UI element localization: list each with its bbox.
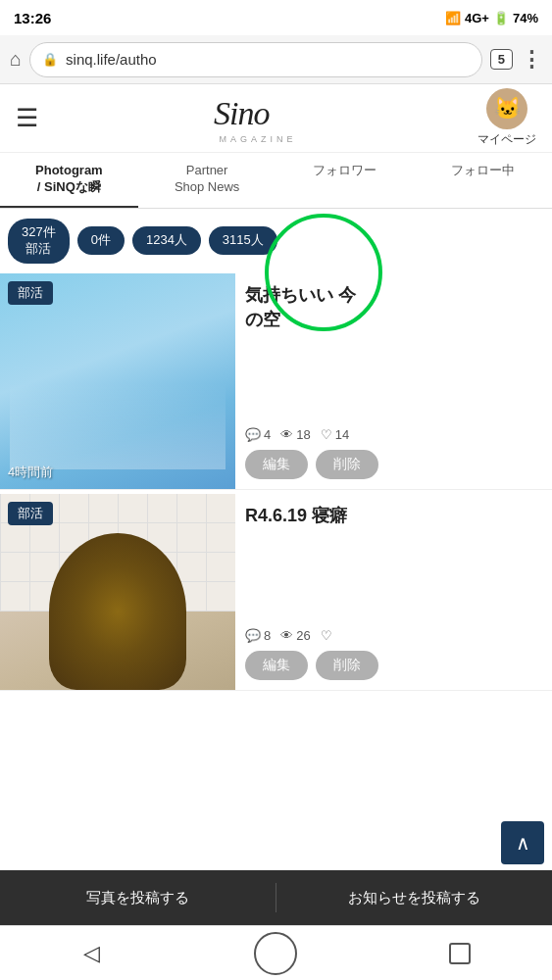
photo-post-button[interactable]: 写真を投稿する	[0, 889, 276, 907]
stat-followers[interactable]: 1234人	[132, 226, 201, 255]
like-icon-2: ♡	[321, 628, 332, 643]
mypage-label: マイページ	[477, 131, 536, 148]
post-card-1: 部活 4時間前 気持ちいい 今の空 💬 4 👁 18 ♡ 14 編集 削除	[0, 273, 552, 490]
edit-button-1[interactable]: 編集	[245, 450, 308, 479]
stat-following[interactable]: 3115人	[209, 226, 277, 255]
recent-apps-icon	[449, 943, 471, 964]
home-icon[interactable]: ⌂	[10, 48, 22, 71]
nav-bottom: ◁	[0, 925, 552, 980]
home-circle-icon	[254, 932, 297, 975]
back-button[interactable]: ◁	[68, 934, 117, 973]
tab-follower[interactable]: フォロワー	[276, 153, 415, 208]
post-title-2: R4.6.19 寝癖	[245, 504, 542, 528]
recent-apps-button[interactable]	[435, 934, 484, 973]
signal-type: 4G+	[465, 11, 489, 25]
logo-area: Sino MAGAZINE	[214, 93, 302, 144]
status-bar: 13:26 📶 4G+ 🔋 74%	[0, 0, 552, 35]
post-meta-2: 💬 8 👁 26 ♡	[245, 628, 542, 643]
signal-icon: 📶	[445, 11, 461, 25]
app-header: ☰ Sino MAGAZINE 🐱 マイページ	[0, 84, 552, 153]
comment-count-2: 💬 8	[245, 628, 271, 643]
news-post-button[interactable]: お知らせを投稿する	[276, 889, 552, 907]
logo-svg: Sino	[214, 93, 302, 130]
comment-num-2: 8	[264, 628, 271, 643]
logo-text: Sino	[214, 93, 302, 138]
user-area[interactable]: 🐱 マイページ	[477, 88, 536, 148]
browser-menu-icon[interactable]: ⋮	[521, 47, 542, 73]
home-button[interactable]	[251, 934, 300, 973]
post-actions-2: 編集 削除	[245, 651, 542, 680]
like-num-1: 14	[335, 427, 349, 442]
view-count-1: 👁 18	[280, 427, 310, 442]
view-icon-1: 👁	[280, 427, 293, 442]
delete-button-1[interactable]: 削除	[316, 450, 378, 479]
post-tag-2: 部活	[8, 502, 53, 525]
scroll-top-button[interactable]: ∧	[501, 821, 544, 864]
comment-count-1: 💬 4	[245, 427, 271, 442]
tab-partner-shop-news[interactable]: PartnerShop News	[138, 153, 276, 208]
post-image-1: 部活 4時間前	[0, 273, 235, 489]
tab-photogram[interactable]: Photogram/ SiNQな瞬	[0, 153, 138, 208]
view-count-2: 👁 26	[280, 628, 310, 643]
post-time-1: 4時間前	[8, 464, 53, 481]
stats-row: 327件部活 0件 1234人 3115人	[0, 209, 552, 273]
svg-text:Sino: Sino	[214, 95, 269, 130]
comment-icon-1: 💬	[245, 427, 261, 442]
battery-icon: 🔋	[493, 11, 509, 25]
url-text: sinq.life/autho	[66, 51, 157, 68]
stat-zero[interactable]: 0件	[77, 226, 125, 255]
hamburger-menu-icon[interactable]: ☰	[16, 103, 38, 133]
battery-level: 74%	[513, 11, 538, 25]
view-num-1: 18	[296, 427, 310, 442]
comment-num-1: 4	[264, 427, 271, 442]
post-tag-1: 部活	[8, 281, 53, 305]
bottom-action-bar: 写真を投稿する お知らせを投稿する	[0, 870, 552, 925]
browser-bar: ⌂ 🔒 sinq.life/autho 5 ⋮	[0, 35, 552, 84]
logo-sub: MAGAZINE	[214, 134, 302, 144]
status-time: 13:26	[14, 10, 51, 26]
like-count-2: ♡	[321, 628, 332, 643]
nav-tabs: Photogram/ SiNQな瞬 PartnerShop News フォロワー…	[0, 153, 552, 209]
post-content-2: R4.6.19 寝癖 💬 8 👁 26 ♡ 編集 削除	[235, 494, 552, 690]
delete-button-2[interactable]: 削除	[316, 651, 378, 680]
avatar: 🐱	[486, 88, 527, 129]
post-image-2: 部活	[0, 494, 235, 690]
hair-shape	[49, 533, 186, 690]
tab-following[interactable]: フォロー中	[414, 153, 552, 208]
post-title-1: 気持ちいい 今の空	[245, 283, 542, 332]
tab-count[interactable]: 5	[490, 49, 513, 70]
post-actions-1: 編集 削除	[245, 450, 542, 479]
like-icon-1: ♡	[321, 427, 332, 442]
cloud-decoration	[10, 383, 226, 469]
edit-button-2[interactable]: 編集	[245, 651, 308, 680]
post-image-sky	[0, 273, 235, 489]
like-count-1: ♡ 14	[321, 427, 349, 442]
url-bar[interactable]: 🔒 sinq.life/autho	[29, 42, 482, 77]
view-icon-2: 👁	[280, 628, 293, 643]
post-meta-1: 💬 4 👁 18 ♡ 14	[245, 427, 542, 442]
comment-icon-2: 💬	[245, 628, 261, 643]
stat-bukatsu[interactable]: 327件部活	[8, 219, 70, 264]
lock-icon: 🔒	[42, 52, 58, 67]
post-content-1: 気持ちいい 今の空 💬 4 👁 18 ♡ 14 編集 削除	[235, 273, 552, 489]
view-num-2: 26	[296, 628, 310, 643]
post-card-2: 部活 R4.6.19 寝癖 💬 8 👁 26 ♡ 編集 削除	[0, 494, 552, 691]
